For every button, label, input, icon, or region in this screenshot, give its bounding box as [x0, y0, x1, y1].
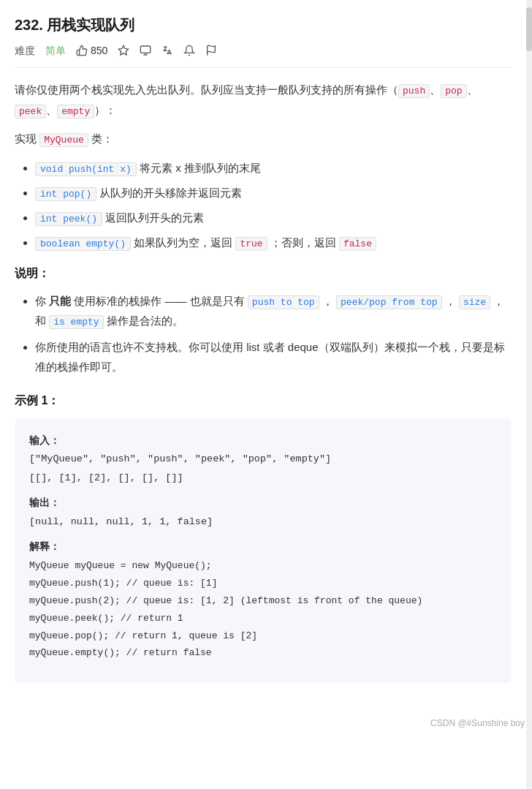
method-push-code: void push(int x) — [35, 162, 137, 176]
method-empty-desc2: ；否则，返回 — [270, 236, 339, 249]
notes-list: 你 只能 使用标准的栈操作 —— 也就是只有 push to top ， pee… — [15, 292, 512, 377]
method-pop-desc: 从队列的开头移除并返回元素 — [99, 186, 242, 199]
code-myqueue: MyQueue — [39, 133, 88, 147]
input-label: 输入： — [29, 432, 497, 448]
svg-marker-0 — [119, 46, 129, 56]
explain-line-1: myQueue.push(1); // queue is: [1] — [29, 576, 497, 592]
code-pop: pop — [441, 84, 466, 98]
code-size: size — [459, 295, 490, 309]
code-peek-pop-from-top: peek/pop from top — [336, 295, 442, 309]
code-false: false — [339, 237, 376, 251]
input-line1: ["MyQueue", "push", "push", "peek", "pop… — [29, 451, 497, 467]
method-push: void push(int x) 将元素 x 推到队列的末尾 — [35, 159, 512, 178]
input-block: 输入： ["MyQueue", "push", "push", "peek", … — [29, 432, 497, 486]
method-empty: boolean empty() 如果队列为空，返回 true ；否则，返回 fa… — [35, 233, 512, 252]
explain-line-3: myQueue.peek(); // return 1 — [29, 611, 497, 627]
footer: CSDN @#Sunshine boy — [0, 717, 532, 736]
method-peek-desc: 返回队列开头的元素 — [105, 211, 204, 224]
code-true: true — [235, 237, 267, 251]
method-pop: int pop() 从队列的开头移除并返回元素 — [35, 184, 512, 203]
explain-block: 解释： MyQueue myQueue = new MyQueue(); myQ… — [29, 538, 497, 661]
note-item-2: 你所使用的语言也许不支持栈。你可以使用 list 或者 deque（双端队列）来… — [35, 338, 512, 377]
meta-row: 难度 简单 850 — [15, 42, 512, 68]
method-peek-code: int peek() — [35, 212, 102, 226]
method-empty-code: boolean empty() — [35, 237, 131, 251]
note-item-1: 你 只能 使用标准的栈操作 —— 也就是只有 push to top ， pee… — [35, 292, 512, 331]
flag-icon[interactable] — [205, 45, 217, 56]
difficulty-value[interactable]: 简单 — [45, 42, 66, 58]
output-value: [null, null, null, 1, 1, false] — [29, 514, 497, 530]
page-title: 232. 用栈实现队列 — [15, 13, 134, 37]
star-icon[interactable] — [118, 45, 129, 56]
note-section: 说明： 你 只能 使用标准的栈操作 —— 也就是只有 push to top ，… — [15, 264, 512, 377]
thumbs-up-icon — [76, 45, 88, 56]
like-count: 850 — [91, 42, 107, 58]
difficulty-label: 难度 — [15, 42, 35, 58]
note-title: 说明： — [15, 264, 512, 283]
example-section: 示例 1： 输入： ["MyQueue", "push", "push", "p… — [15, 391, 512, 683]
explain-label: 解释： — [29, 538, 497, 554]
method-push-desc: 将元素 x 推到队列的末尾 — [140, 162, 261, 174]
code-push: push — [398, 84, 430, 98]
methods-list: void push(int x) 将元素 x 推到队列的末尾 int pop()… — [15, 159, 512, 252]
implement-intro: 实现 MyQueue 类： — [15, 130, 512, 148]
method-pop-code: int pop() — [35, 187, 96, 201]
svg-rect-1 — [141, 46, 151, 53]
note-bold-only: 只能 — [49, 295, 71, 307]
share-icon[interactable] — [140, 45, 151, 56]
output-label: 输出： — [29, 494, 497, 510]
like-icon[interactable]: 850 — [76, 42, 107, 58]
example-box: 输入： ["MyQueue", "push", "push", "peek", … — [15, 419, 512, 684]
explain-line-0: MyQueue myQueue = new MyQueue(); — [29, 559, 497, 574]
code-is-empty: is empty — [49, 315, 103, 329]
description-text: 请你仅使用两个栈实现先入先出队列。队列应当支持一般队列支持的所有操作（push、… — [15, 80, 512, 120]
explain-line-4: myQueue.pop(); // return 1, queue is [2] — [29, 629, 497, 644]
bell-icon[interactable] — [183, 45, 195, 56]
code-push-to-top: push to top — [248, 295, 319, 309]
explain-line-2: myQueue.push(2); // queue is: [1, 2] (le… — [29, 594, 497, 609]
method-empty-desc1: 如果队列为空，返回 — [134, 236, 235, 249]
explain-line-5: myQueue.empty(); // return false — [29, 646, 497, 661]
input-line2: [[], [1], [2], [], [], []] — [29, 470, 497, 486]
method-peek: int peek() 返回队列开头的元素 — [35, 208, 512, 227]
example-title: 示例 1： — [15, 391, 512, 410]
code-empty: empty — [57, 105, 94, 118]
code-peek: peek — [15, 105, 46, 118]
output-block: 输出： [null, null, null, 1, 1, false] — [29, 494, 497, 529]
translate-icon[interactable] — [162, 45, 173, 56]
